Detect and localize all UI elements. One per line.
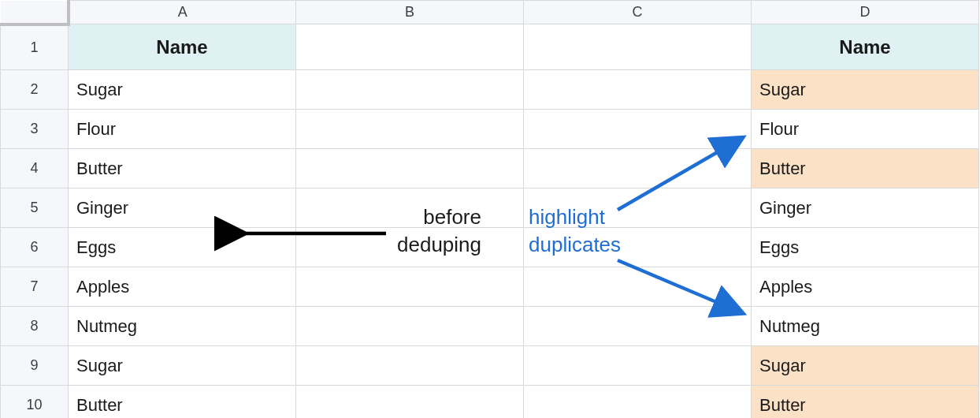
row-header-4[interactable]: 4 — [1, 149, 69, 188]
cell-A3[interactable]: Flour — [69, 110, 296, 149]
cell-D10[interactable]: Butter — [752, 386, 979, 419]
cell-D4[interactable]: Butter — [752, 149, 979, 188]
cell-B1[interactable] — [296, 24, 524, 70]
cell-C2[interactable] — [524, 70, 752, 110]
cell-A6[interactable]: Eggs — [69, 228, 296, 267]
cell-D6[interactable]: Eggs — [752, 228, 979, 267]
cell-C3[interactable] — [524, 110, 752, 149]
cell-A7[interactable]: Apples — [69, 267, 296, 307]
cell-B4[interactable] — [296, 149, 524, 188]
cell-C10[interactable] — [524, 386, 752, 419]
cell-C5[interactable] — [524, 188, 752, 228]
row-header-8[interactable]: 8 — [1, 307, 69, 346]
column-header-D[interactable]: D — [752, 1, 979, 24]
row-header-7[interactable]: 7 — [1, 267, 69, 307]
cell-D3[interactable]: Flour — [752, 110, 979, 149]
cell-D5[interactable]: Ginger — [752, 188, 979, 228]
cell-B3[interactable] — [296, 110, 524, 149]
cell-A2[interactable]: Sugar — [69, 70, 296, 110]
row-header-9[interactable]: 9 — [1, 346, 69, 386]
row-header-10[interactable]: 10 — [1, 386, 69, 419]
cell-C7[interactable] — [524, 267, 752, 307]
row-header-3[interactable]: 3 — [1, 110, 69, 149]
column-header-B[interactable]: B — [296, 1, 524, 24]
cell-C9[interactable] — [524, 346, 752, 386]
column-header-C[interactable]: C — [524, 1, 752, 24]
column-header-A[interactable]: A — [69, 1, 296, 24]
cell-C4[interactable] — [524, 149, 752, 188]
row-header-5[interactable]: 5 — [1, 188, 69, 228]
cell-C6[interactable] — [524, 228, 752, 267]
cell-C8[interactable] — [524, 307, 752, 346]
cell-B2[interactable] — [296, 70, 524, 110]
cell-A8[interactable]: Nutmeg — [69, 307, 296, 346]
cell-D9[interactable]: Sugar — [752, 346, 979, 386]
cell-B9[interactable] — [296, 346, 524, 386]
cell-B8[interactable] — [296, 307, 524, 346]
cell-A5[interactable]: Ginger — [69, 188, 296, 228]
cell-D2[interactable]: Sugar — [752, 70, 979, 110]
cell-B5[interactable] — [296, 188, 524, 228]
cell-B10[interactable] — [296, 386, 524, 419]
cell-B6[interactable] — [296, 228, 524, 267]
cell-D7[interactable]: Apples — [752, 267, 979, 307]
row-header-1[interactable]: 1 — [1, 24, 69, 70]
cell-D8[interactable]: Nutmeg — [752, 307, 979, 346]
cell-A4[interactable]: Butter — [69, 149, 296, 188]
cell-A10[interactable]: Butter — [69, 386, 296, 419]
cell-A9[interactable]: Sugar — [69, 346, 296, 386]
row-header-6[interactable]: 6 — [1, 228, 69, 267]
cell-B7[interactable] — [296, 267, 524, 307]
spreadsheet-grid: A B C D 1 Name Name 2 Sugar Sugar 3 Flou… — [0, 0, 979, 418]
cell-A1[interactable]: Name — [69, 24, 296, 70]
cell-D1[interactable]: Name — [752, 24, 979, 70]
row-header-2[interactable]: 2 — [1, 70, 69, 110]
cell-C1[interactable] — [524, 24, 752, 70]
select-all-corner[interactable] — [1, 1, 69, 24]
